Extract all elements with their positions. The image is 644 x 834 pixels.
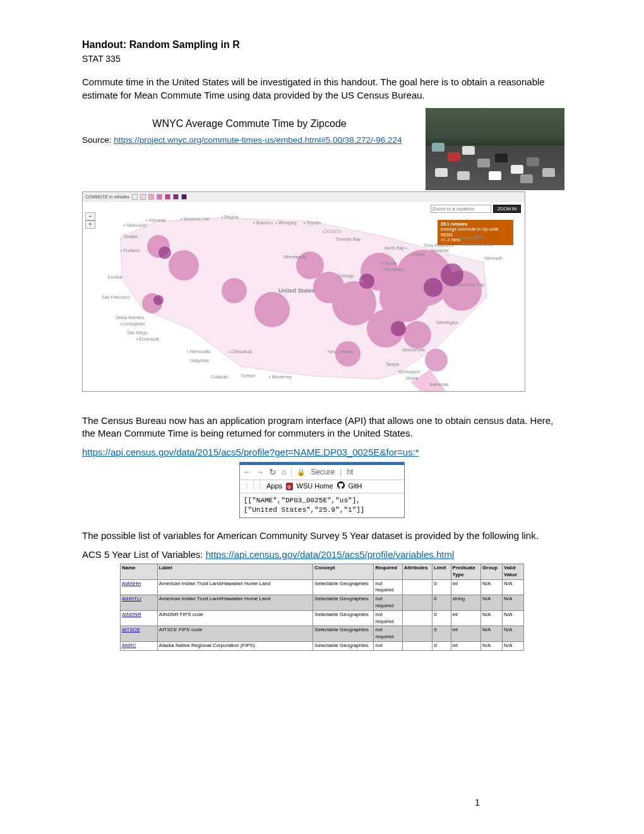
table-row: AIHHTLIAmerican Indian Trust Land/Hawaii… (121, 595, 524, 611)
api-paragraph: The Census Bureau now has an application… (82, 414, 562, 440)
var-predicate-type: int (451, 610, 481, 626)
table-header-row: Name Label Concept Required Attributes L… (121, 564, 524, 580)
var-attributes (402, 610, 432, 626)
url-fragment: ht (347, 467, 353, 477)
variables-paragraph: The possible list of variables for Ameri… (82, 529, 562, 542)
var-limit: 0 (432, 626, 451, 642)
api-response-json: [["NAME","DP03_0025E","us"], ["United St… (240, 493, 404, 517)
table-row: AINDNRAINDNR FIPS codeSelectable Geograp… (121, 610, 524, 626)
var-required: not required (374, 610, 402, 626)
github-bookmark-label[interactable]: GitH (349, 481, 362, 491)
th-required: Required (374, 564, 402, 580)
var-group: N/A (481, 641, 503, 650)
th-limit: Limit (432, 564, 451, 580)
var-label: AITSCE FIPS code (157, 626, 313, 642)
lock-icon: 🔒 (297, 468, 306, 477)
var-name-link[interactable]: AIANHH (122, 581, 141, 586)
th-name: Name (121, 564, 158, 580)
var-concept: Selectable Geographies (313, 579, 374, 595)
var-group: N/A (481, 610, 503, 626)
wsu-bookmark-icon[interactable]: ψ (286, 483, 292, 490)
intro-paragraph: Commute time in the United States will b… (82, 76, 562, 102)
var-concept: Selectable Geographies (313, 626, 374, 642)
var-label: American Indian Trust Land/Hawaiian Home… (157, 595, 313, 611)
var-attributes (402, 626, 432, 642)
var-label: Alaska Native Regional Corporation (FIPS… (157, 641, 313, 650)
source-link[interactable]: https://project.wnyc.org/commute-times-u… (114, 135, 402, 145)
apps-grid-icon[interactable]: ⋮⋮⋮ (244, 481, 263, 491)
var-required: not (374, 641, 402, 650)
wsu-bookmark-label[interactable]: WSU Home (297, 481, 333, 491)
apps-label: Apps (266, 481, 282, 491)
var-limit: 0 (432, 610, 451, 626)
variables-table: Name Label Concept Required Attributes L… (120, 564, 524, 651)
var-group: N/A (481, 595, 503, 611)
var-valid: N/A (503, 610, 524, 626)
th-concept: Concept (313, 564, 374, 580)
th-attributes: Attributes (402, 564, 432, 580)
map-city-labels: Ontario United States • Kelowna • Medici… (83, 192, 525, 391)
var-predicate-type: int (451, 579, 481, 595)
acs-variables-link[interactable]: https://api.census.gov/data/2015/acs5/pr… (206, 549, 455, 560)
var-concept: Selectable Geographies (313, 641, 374, 650)
table-row: ANRCAlaska Native Regional Corporation (… (121, 641, 524, 650)
var-label: American Indian Trust Land/Hawaiian Home… (157, 579, 313, 595)
var-limit: 0 (432, 595, 451, 611)
var-name-link[interactable]: AITSCE (122, 627, 140, 632)
th-valid-value: Valid Value (503, 564, 524, 580)
var-predicate-type: int (451, 641, 481, 650)
var-predicate-type: string (451, 595, 481, 611)
github-icon[interactable] (337, 481, 345, 492)
reload-icon[interactable]: ↻ (269, 466, 277, 478)
var-required: not required (374, 595, 402, 611)
var-attributes (402, 595, 432, 611)
map-section-title: WNYC Average Commute Time by Zipcode (104, 117, 395, 131)
var-predicate-type: int (451, 626, 481, 642)
source-label: Source: (82, 135, 114, 145)
var-group: N/A (481, 579, 503, 595)
source-line: Source: https://project.wnyc.org/commute… (82, 135, 417, 146)
var-label: AINDNR FIPS code (157, 610, 313, 626)
var-required: not required (374, 626, 402, 642)
page-number: 1 (475, 797, 480, 809)
course-code: STAT 335 (82, 53, 562, 65)
acs-link-line: ACS 5 Year List of Variables: https://ap… (82, 548, 562, 561)
home-icon[interactable]: ⌂ (282, 467, 286, 477)
var-name-link[interactable]: AINDNR (122, 612, 141, 617)
var-name-link[interactable]: ANRC (122, 643, 136, 648)
commute-map[interactable]: COMMUTE in minutes − + ZOOM IN (82, 191, 525, 392)
browser-snippet: ← → ↻ ⌂ 🔒 Secure | ht ⋮⋮⋮ Apps ψ WSU Hom… (239, 462, 405, 518)
acs-label: ACS 5 Year List of Variables: (82, 549, 206, 560)
back-arrow-icon[interactable]: ← (244, 467, 251, 477)
th-group: Group (481, 564, 503, 580)
var-group: N/A (481, 626, 503, 642)
var-concept: Selectable Geographies (313, 610, 374, 626)
var-name-link[interactable]: AIHHTLI (122, 596, 141, 601)
forward-arrow-icon[interactable]: → (256, 467, 264, 477)
api-url-link[interactable]: https://api.census.gov/data/2015/acs5/pr… (82, 447, 419, 457)
table-row: AITSCEAITSCE FIPS codeSelectable Geograp… (121, 626, 524, 642)
th-label: Label (157, 564, 313, 580)
secure-label: Secure (311, 467, 335, 477)
var-limit: 0 (432, 641, 451, 650)
var-required: not required (374, 579, 402, 595)
var-valid: N/A (503, 641, 524, 650)
var-limit: 0 (432, 579, 451, 595)
table-row: AIANHHAmerican Indian Trust Land/Hawaiia… (121, 579, 524, 595)
page-title: Handout: Random Sampling in R (82, 38, 562, 52)
th-predicate-type: Predicate Type (451, 564, 481, 580)
var-concept: Selectable Geographies (313, 595, 374, 611)
traffic-photo (426, 108, 564, 190)
var-valid: N/A (503, 579, 524, 595)
var-attributes (402, 641, 432, 650)
var-attributes (402, 579, 432, 595)
var-valid: N/A (503, 595, 524, 611)
var-valid: N/A (503, 626, 524, 642)
